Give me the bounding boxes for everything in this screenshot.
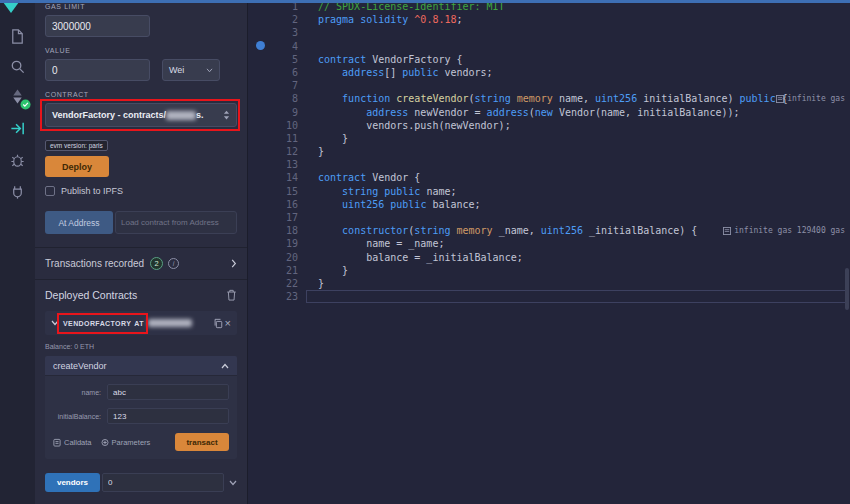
code-line[interactable]: 4 bbox=[248, 40, 850, 53]
code-text: contract Vendor { bbox=[318, 171, 420, 184]
line-number: 15 bbox=[248, 185, 298, 198]
value-label: VALUE bbox=[45, 47, 237, 56]
initial-balance-field-input[interactable] bbox=[107, 408, 229, 424]
publish-ipfs-label: Publish to IPFS bbox=[61, 186, 123, 196]
file-explorer-icon[interactable] bbox=[0, 24, 35, 48]
name-field-input[interactable] bbox=[107, 384, 229, 400]
code-line[interactable]: 21 } bbox=[248, 264, 850, 277]
code-line[interactable]: 5contract VendorFactory { bbox=[248, 53, 850, 66]
contract-selected-prefix: VendorFactory - contracts/ bbox=[52, 110, 166, 120]
chevron-down-icon[interactable] bbox=[51, 320, 59, 326]
code-line[interactable]: 17 bbox=[248, 211, 850, 224]
function-name: createVendor bbox=[53, 361, 107, 371]
transactions-recorded-label: Transactions recorded bbox=[45, 258, 144, 269]
code-line[interactable]: 6 address[] public vendors; bbox=[248, 66, 850, 79]
solidity-compiler-icon[interactable] bbox=[0, 84, 35, 108]
activity-bar bbox=[0, 0, 35, 504]
code-text: pragma solidity ^0.8.18; bbox=[318, 13, 463, 26]
create-vendor-section-header[interactable]: createVendor bbox=[45, 356, 237, 376]
code-line[interactable]: 11 } bbox=[248, 132, 850, 145]
copy-icon[interactable] bbox=[213, 318, 223, 329]
code-line[interactable]: 18 constructor(string memory _name, uint… bbox=[248, 224, 850, 237]
line-number: 11 bbox=[248, 132, 298, 145]
gas-limit-label: GAS LIMIT bbox=[45, 3, 237, 12]
name-field-label: name: bbox=[53, 389, 107, 396]
deploy-button[interactable]: Deploy bbox=[45, 156, 109, 177]
code-editor[interactable]: 1// SPDX-License-Identifier: MIT2pragma … bbox=[247, 0, 850, 504]
code-text: name = _name; bbox=[318, 237, 444, 250]
at-address-input[interactable] bbox=[115, 211, 237, 234]
line-number: 9 bbox=[248, 106, 298, 119]
code-text: } bbox=[318, 132, 348, 145]
code-line[interactable]: 3 bbox=[248, 26, 850, 39]
line-number: 12 bbox=[248, 145, 298, 158]
remix-logo-partial bbox=[3, 2, 19, 13]
contract-label: CONTRACT bbox=[45, 91, 237, 100]
code-line[interactable]: 20 balance = _initialBalance; bbox=[248, 251, 850, 264]
chevron-right-icon[interactable] bbox=[231, 259, 237, 268]
code-line[interactable]: 9 address newVendor = address(new Vendor… bbox=[248, 106, 850, 119]
contract-select[interactable]: VendorFactory - contracts/ s. bbox=[45, 103, 237, 127]
chevron-down-icon[interactable] bbox=[229, 480, 237, 486]
code-line[interactable]: 12} bbox=[248, 145, 850, 158]
line-number: 8 bbox=[248, 92, 298, 105]
parameters-button[interactable]: Parameters bbox=[101, 438, 151, 447]
deployed-contract-at-label: AT bbox=[134, 320, 144, 327]
code-text: address newVendor = address(new Vendor(n… bbox=[318, 106, 740, 119]
transactions-count-badge: 2 bbox=[150, 257, 163, 270]
code-text: string public name; bbox=[318, 185, 457, 198]
code-line[interactable]: 14contract Vendor { bbox=[248, 171, 850, 184]
line-number: 10 bbox=[248, 119, 298, 132]
initial-balance-field-label: initialBalance: bbox=[53, 413, 107, 420]
transactions-recorded-section[interactable]: Transactions recorded 2 i bbox=[35, 247, 247, 280]
calldata-label: Calldata bbox=[64, 438, 92, 447]
code-line[interactable]: 15 string public name; bbox=[248, 185, 850, 198]
close-icon[interactable]: × bbox=[225, 318, 231, 329]
plugin-manager-icon[interactable] bbox=[0, 180, 35, 204]
at-address-button[interactable]: At Address bbox=[45, 211, 113, 234]
value-unit-select[interactable]: Wei bbox=[162, 59, 220, 81]
code-line[interactable]: 22} bbox=[248, 277, 850, 290]
vendors-getter-button[interactable]: vendors bbox=[45, 473, 100, 492]
code-line[interactable]: 16 uint256 public balance; bbox=[248, 198, 850, 211]
parameters-icon bbox=[101, 438, 109, 447]
code-text: balance = _initialBalance; bbox=[318, 251, 523, 264]
code-text: uint256 public balance; bbox=[318, 198, 481, 211]
evm-version-badge: evm version: paris bbox=[45, 140, 108, 151]
code-text: } bbox=[318, 264, 348, 277]
search-icon[interactable] bbox=[0, 54, 35, 78]
deployed-contract-row[interactable]: VENDORFACTORY AT × bbox=[45, 311, 237, 335]
code-text: function createVendor(string memory name… bbox=[318, 92, 788, 105]
code-line[interactable]: 2pragma solidity ^0.8.18; bbox=[248, 13, 850, 26]
code-text: contract VendorFactory { bbox=[318, 53, 463, 66]
deployed-contract-name: VENDORFACTORY bbox=[63, 320, 131, 327]
redacted-contract-path bbox=[166, 111, 196, 120]
code-line[interactable]: 13 bbox=[248, 158, 850, 171]
code-line[interactable]: 10 vendors.push(newVendor); bbox=[248, 119, 850, 132]
top-accent-bar bbox=[0, 0, 850, 3]
gas-estimate-badge: infinite gas bbox=[776, 92, 845, 105]
deploy-run-icon[interactable] bbox=[0, 116, 35, 140]
code-line[interactable]: 7 bbox=[248, 79, 850, 92]
chevron-up-icon bbox=[221, 363, 229, 369]
publish-ipfs-checkbox[interactable] bbox=[45, 186, 55, 196]
vendors-index-input[interactable] bbox=[102, 473, 224, 492]
contract-selected-suffix: s. bbox=[196, 110, 204, 120]
code-line[interactable]: 19 name = _name; bbox=[248, 237, 850, 250]
line-number: 18 bbox=[248, 224, 298, 237]
info-icon[interactable]: i bbox=[168, 258, 179, 269]
code-line[interactable]: 8 function createVendor(string memory na… bbox=[248, 92, 850, 105]
editor-scrollbar-thumb[interactable] bbox=[845, 268, 849, 310]
trash-icon[interactable] bbox=[226, 289, 237, 301]
transact-button[interactable]: transact bbox=[175, 433, 229, 451]
breakpoint-dot[interactable] bbox=[256, 41, 265, 50]
value-input[interactable] bbox=[45, 59, 150, 81]
gas-estimate-icon bbox=[723, 227, 731, 235]
code-line[interactable]: 23 bbox=[248, 290, 850, 303]
gas-limit-input[interactable] bbox=[45, 15, 150, 37]
debugger-icon[interactable] bbox=[0, 148, 35, 172]
line-number: 3 bbox=[248, 26, 298, 39]
line-number: 5 bbox=[248, 53, 298, 66]
calldata-button[interactable]: Calldata bbox=[53, 438, 92, 447]
code-text: vendors.push(newVendor); bbox=[318, 119, 511, 132]
